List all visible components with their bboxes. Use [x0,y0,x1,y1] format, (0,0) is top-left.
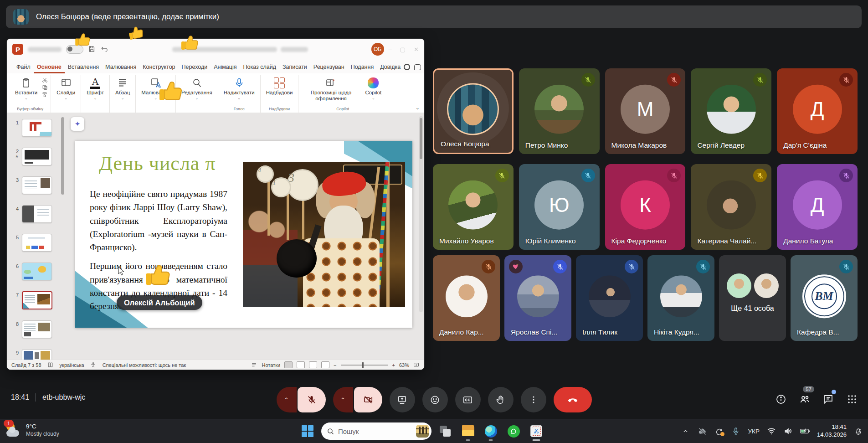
mic-off-button[interactable] [298,387,326,412]
reading-view-button[interactable] [309,361,317,368]
slide-thumbnail-2[interactable]: 2★ [12,148,65,165]
end-call-button[interactable] [554,387,592,412]
whatsapp-button[interactable] [504,421,523,442]
fit-slide-icon[interactable] [413,362,420,368]
tab-slideshow[interactable]: Показ слайд [240,62,279,73]
sync-icon[interactable] [714,426,724,436]
slide-thumbnail-1[interactable]: 1 [12,119,65,137]
camera-options-chevron[interactable]: ⌃ [333,387,353,412]
snipping-tool-button[interactable] [527,421,545,442]
slide-thumbnail-3[interactable]: 3 [12,176,65,194]
slide-thumb-image[interactable] [22,119,52,137]
language-switcher[interactable]: УКР [748,428,759,435]
paste-button[interactable]: Вставити⌄ [12,75,40,100]
zoom-level[interactable]: 63% [399,362,409,368]
captions-button[interactable] [455,387,481,412]
copilot-button[interactable]: Copilot⌄ [362,75,384,100]
slide-thumb-image[interactable] [22,176,52,194]
cut-icon[interactable] [42,77,48,83]
participant-tile[interactable]: М Микола Макаров [605,68,686,154]
ribbon-collapse-icon[interactable]: ⌄ [416,105,420,111]
slide-thumb-image[interactable] [22,320,52,338]
chat-icon[interactable] [822,393,834,405]
mic-options-chevron[interactable]: ⌃ [277,387,297,412]
record-icon[interactable] [404,64,410,70]
search-highlight-image[interactable] [416,425,429,438]
paragraph-button[interactable]: Абзац⌄ [113,75,133,100]
zoom-slider[interactable] [341,365,388,366]
taskbar-clock[interactable]: 18:41 14.03.2026 [817,423,847,439]
task-view-button[interactable] [436,421,454,442]
tab-insert[interactable]: Вставлення [65,62,102,73]
tab-design[interactable]: Конструктор [139,62,178,73]
participant-tile[interactable]: Ілля Тилик [576,255,643,341]
more-participants-tile[interactable]: Ще 41 особа [719,255,786,341]
copy-icon[interactable] [42,84,48,90]
language-indicator[interactable]: українська [60,362,84,368]
window-controls[interactable]: –▢✕ [389,46,419,53]
weather-widget[interactable]: 1 9°C Mostly cloudy [5,422,59,438]
battery-charging-icon[interactable] [800,426,810,436]
format-painter-icon[interactable] [42,92,48,98]
addins-button[interactable]: Надбудови [263,75,296,96]
tab-home[interactable]: Основне [34,62,65,73]
volume-icon[interactable] [783,426,793,436]
designer-button[interactable]: Пропозиції щодо оформлення [301,75,360,102]
normal-view-button[interactable] [284,361,293,368]
participant-tile[interactable]: Михайло Уваров [433,164,514,250]
slide-thumb-image[interactable] [22,263,52,280]
participant-tile[interactable]: Данило Кар... [433,255,500,341]
slide-thumbnail-6[interactable]: 6 [12,263,65,280]
tab-file[interactable]: Файл [13,62,34,73]
slide-thumb-image[interactable] [22,234,52,252]
participant-tile[interactable]: К Кіра Федорченко [605,164,686,250]
tab-animations[interactable]: Анімація [211,62,240,73]
meeting-info-icon[interactable] [775,393,787,405]
designer-sparkle-button[interactable]: ✦ [71,117,84,131]
tab-review[interactable]: Рецензуван [310,62,348,73]
activities-grid-icon[interactable] [846,393,858,405]
slide-thumbnail-4[interactable]: 4 [12,205,65,223]
accessibility-status[interactable]: Спеціальні можливості: щось не так [103,362,186,368]
slide-thumb-image[interactable] [22,291,52,309]
participant-tile[interactable]: Д Данило Батула [777,164,858,250]
raise-hand-button[interactable] [488,387,514,412]
slide-thumbnail-8[interactable]: 8 [12,320,65,338]
participants-icon[interactable]: 57 [799,393,811,405]
reactions-button[interactable] [422,387,448,412]
edge-browser-button[interactable] [482,421,500,442]
hidden-icons-chevron[interactable] [680,426,690,436]
slide-thumb-image[interactable] [22,205,52,223]
search-input[interactable]: Пошук [321,422,431,440]
zoom-in-button[interactable]: + [392,362,395,368]
participant-tile[interactable]: Нікіта Кудря... [647,255,714,341]
undo-icon[interactable] [101,45,109,53]
present-button[interactable] [390,387,415,412]
notification-bell-icon[interactable] [853,426,863,436]
onedrive-offline-icon[interactable] [697,426,707,436]
slide-thumbnail-7-selected[interactable]: 7 [12,291,65,309]
comments-icon[interactable] [414,64,421,70]
slide-thumb-image[interactable] [22,148,52,165]
zoom-out-button[interactable]: − [334,362,336,368]
tab-transitions[interactable]: Переходи [179,62,211,73]
slide-sorter-view-button[interactable] [297,361,305,368]
thumbnail-scrollbar[interactable] [61,117,64,195]
slide-thumbnail-5[interactable]: 5 [12,234,65,252]
tab-record[interactable]: Записати [279,62,310,73]
slide-title[interactable]: День числа π [99,152,216,175]
participant-tile[interactable]: Ю Юрій Клименко [519,164,600,250]
notes-toggle[interactable]: Нотатки [262,362,280,368]
participant-tile[interactable]: Сергій Левдер [691,68,771,154]
tab-draw[interactable]: Малювання [102,62,139,73]
participant-tile[interactable]: Олеся Боцюра [433,68,514,154]
participant-tile[interactable]: Ярослав Спі... [504,255,571,341]
start-button[interactable] [298,421,317,442]
wifi-icon[interactable] [766,426,776,436]
slides-button[interactable]: Слайди⌄ [54,75,78,100]
more-options-button[interactable] [521,387,546,412]
microphone-in-use-icon[interactable] [731,426,741,436]
participant-tile[interactable]: ВМ Кафедра В... [791,255,858,341]
slide-scrollbar[interactable] [419,116,423,312]
dictate-button[interactable]: Надиктувати⌄ [221,75,257,100]
